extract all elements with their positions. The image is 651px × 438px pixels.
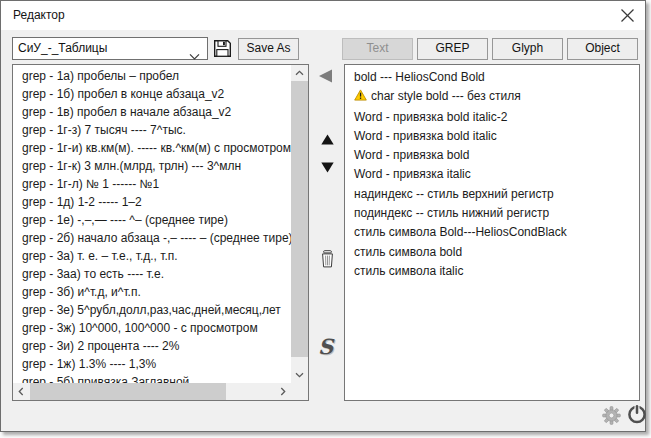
move-left-icon[interactable] [318, 69, 333, 87]
list-item[interactable]: grep - 1г-л) № 1 ------ №1 [22, 175, 291, 193]
list-item[interactable]: grep - 1д) 1-2 ----- 1–2 [22, 193, 291, 211]
list-item[interactable]: grep - 3ж) 10^000, 100^000 - с просмотро… [22, 319, 291, 337]
scroll-up-icon[interactable] [291, 65, 308, 81]
list-item[interactable]: стиль символа bold [354, 243, 639, 262]
list-item[interactable]: char style bold --- без стиля [354, 87, 639, 107]
save-as-button[interactable]: Save As [238, 38, 299, 60]
script-icon[interactable]: S [318, 335, 338, 359]
list-item[interactable]: Word - привязка bold italic-2 [354, 108, 639, 127]
move-up-icon[interactable] [321, 131, 334, 149]
list-item[interactable]: grep - 3б) и^т.д, и^т.п. [22, 283, 291, 301]
list-item[interactable]: Word - привязка bold italic [354, 127, 639, 146]
list-item[interactable]: подиндекс -- стиль нижний регистр [354, 204, 639, 223]
save-icon[interactable] [213, 39, 232, 58]
list-item[interactable]: Word - привязка italic [354, 165, 639, 184]
list-item[interactable]: grep - 1а) пробелы – пробел [22, 67, 291, 85]
list-item[interactable]: grep - 1в) пробел в начале абзаца_v2 [22, 103, 291, 121]
tab-object[interactable]: Object [567, 38, 638, 60]
list-item[interactable]: grep - 1е) -,–,— ---- ^– (среднее тире) [22, 211, 291, 229]
style-set-value: СиУ_-_Таблицы [18, 41, 107, 55]
scroll-right-icon[interactable] [275, 383, 291, 400]
horizontal-scrollbar[interactable] [13, 383, 291, 400]
list-item[interactable]: grep - 1ж) 1.3% ---- 1,3% [22, 355, 291, 373]
power-icon[interactable] [626, 403, 648, 429]
list-item[interactable]: grep - 1г-з) 7 тысяч ---- 7^тыс. [22, 121, 291, 139]
tab-grep[interactable]: GREP [417, 38, 488, 60]
close-icon[interactable] [620, 8, 636, 24]
window-title: Редактор [13, 8, 65, 22]
grep-styles-list-items: grep - 1а) пробелы – пробел grep - 1б) п… [13, 65, 291, 383]
settings-gear-icon[interactable] [602, 406, 621, 429]
list-item[interactable]: стиль символа italic [354, 262, 639, 281]
list-item[interactable]: стиль символа Bold---HeliosCondBlack [354, 223, 639, 242]
list-item[interactable]: grep - 5б) привязка Заглавной [22, 373, 291, 383]
editor-dialog: Редактор СиУ_-_Таблицы Save As Text GREP… [0, 0, 646, 432]
list-item[interactable]: grep - 3и) 2 процента ---- 2% [22, 337, 291, 355]
vertical-scroll-thumb[interactable] [291, 81, 308, 357]
tab-glyph[interactable]: Glyph [492, 38, 563, 60]
tab-text: Text [342, 38, 413, 60]
list-item[interactable]: grep - 3аа) то есть ---- т.е. [22, 265, 291, 283]
chevron-down-icon [189, 46, 200, 64]
list-item[interactable]: grep - 3а) т. е. – т.е., т.д., т.п. [22, 247, 291, 265]
horizontal-scroll-thumb[interactable] [30, 383, 226, 400]
grep-styles-list[interactable]: grep - 1а) пробелы – пробел grep - 1б) п… [12, 64, 309, 401]
scroll-left-icon[interactable] [13, 383, 29, 400]
warning-icon [354, 88, 367, 107]
style-set-dropdown[interactable]: СиУ_-_Таблицы [12, 37, 208, 60]
list-item[interactable]: grep - 3е) 5^рубл,долл,раз,час,дней,меся… [22, 301, 291, 319]
move-down-icon[interactable] [321, 159, 334, 177]
title-bar[interactable]: Редактор [1, 1, 645, 30]
vertical-scrollbar[interactable] [291, 65, 308, 383]
scrollbar-corner [291, 383, 308, 400]
list-item[interactable]: grep - 1г-и) кв.км(м). ----- кв.^км(м) с… [22, 139, 291, 157]
target-styles-list-items: bold --- HeliosCond Bold char style bold… [345, 65, 639, 400]
trash-icon[interactable] [320, 250, 335, 272]
scroll-down-icon[interactable] [291, 367, 308, 383]
list-item[interactable]: надиндекс -- стиль верхний регистр [354, 185, 639, 204]
list-item[interactable]: Word - привязка bold [354, 146, 639, 165]
list-item[interactable]: grep - 2б) начало абзаца -,– ---- – (сре… [22, 229, 291, 247]
target-styles-list[interactable]: bold --- HeliosCond Bold char style bold… [344, 64, 640, 401]
list-item[interactable]: bold --- HeliosCond Bold [354, 68, 639, 87]
list-item[interactable]: grep - 1б) пробел в конце абзаца_v2 [22, 85, 291, 103]
list-item[interactable]: grep - 1г-к) 3 млн.(млрд, трлн) --- 3^мл… [22, 157, 291, 175]
